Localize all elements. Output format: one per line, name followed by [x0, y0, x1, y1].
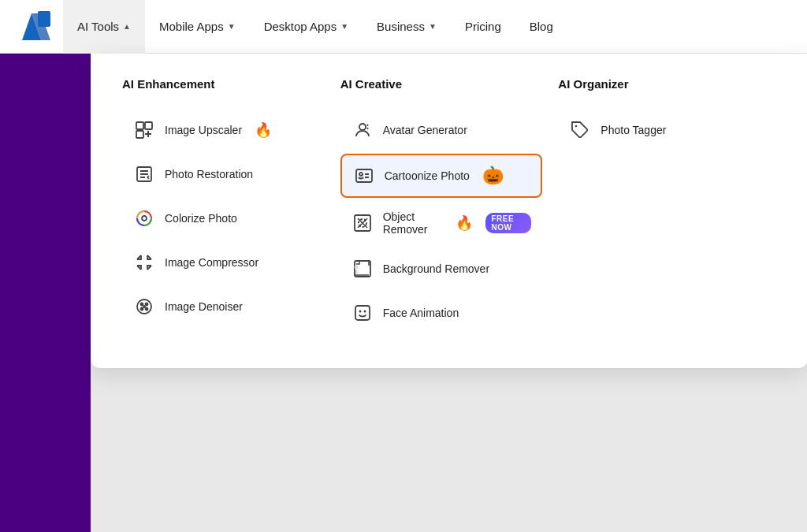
- nav-ai-tools-chevron: ▲: [123, 22, 131, 31]
- compressor-label: Image Compressor: [165, 256, 258, 269]
- menu-image-denoiser[interactable]: Image Denoiser: [122, 286, 325, 327]
- tagger-label: Photo Tagger: [601, 124, 666, 136]
- svg-rect-4: [136, 122, 143, 129]
- nav-desktop-apps[interactable]: Desktop Apps ▼: [250, 0, 363, 54]
- denoiser-label: Image Denoiser: [165, 300, 243, 313]
- nav-mobile-chevron: ▼: [228, 22, 236, 31]
- svg-rect-3: [38, 11, 50, 27]
- ai-tools-dropdown: AI Enhancement Image Upscaler 🔥: [91, 54, 807, 368]
- free-now-badge: FREE NOW: [485, 213, 531, 233]
- nav-desktop-chevron: ▼: [340, 22, 348, 31]
- nav-mobile-apps-label: Mobile Apps: [159, 20, 224, 33]
- nav-business[interactable]: Business ▼: [363, 0, 451, 54]
- svg-point-14: [146, 308, 148, 311]
- object-fire-emoji: 🔥: [456, 214, 473, 232]
- svg-rect-5: [145, 122, 152, 129]
- menu-cartoonize-photo[interactable]: Cartoonize Photo 🎃: [340, 154, 543, 198]
- nav-ai-tools[interactable]: AI Tools ▲: [63, 0, 145, 54]
- nav-mobile-apps[interactable]: Mobile Apps ▼: [145, 0, 250, 54]
- nav-blog-label: Blog: [530, 20, 553, 33]
- face-animation-label: Face Animation: [383, 307, 459, 319]
- svg-rect-6: [136, 131, 143, 138]
- menu-object-remover[interactable]: Object Remover 🔥 FREE NOW: [340, 201, 543, 245]
- upscaler-fire-emoji: 🔥: [255, 121, 272, 139]
- object-remover-icon: [351, 212, 374, 234]
- nav-ai-tools-label: AI Tools: [77, 20, 119, 33]
- upscale-icon: [133, 119, 155, 141]
- compress-icon: [133, 251, 155, 273]
- colorize-icon: [133, 207, 155, 229]
- menu-avatar-generator[interactable]: Avatar Generator: [340, 110, 543, 151]
- navbar: AI Tools ▲ Mobile Apps ▼ Desktop Apps ▼ …: [0, 0, 807, 54]
- object-remover-label: Object Remover: [383, 210, 444, 236]
- bg-remover-label: Background Remover: [383, 262, 489, 275]
- nav-pricing[interactable]: Pricing: [451, 0, 515, 54]
- colorize-label: Colorize Photo: [165, 212, 237, 225]
- restoration-label: Photo Restoration: [165, 168, 253, 180]
- svg-point-18: [359, 173, 363, 176]
- col-organizer-title: AI Organizer: [558, 77, 761, 91]
- nav-desktop-apps-label: Desktop Apps: [264, 20, 337, 33]
- logo[interactable]: [16, 7, 55, 47]
- nav-business-label: Business: [377, 20, 425, 33]
- col-enhancement-title: AI Enhancement: [122, 77, 325, 91]
- menu-image-upscaler[interactable]: Image Upscaler 🔥: [122, 110, 325, 151]
- cartoon-icon: [353, 165, 375, 187]
- nav-blog[interactable]: Blog: [515, 0, 567, 54]
- menu-photo-tagger[interactable]: Photo Tagger: [558, 110, 761, 151]
- menu-photo-restoration[interactable]: Photo Restoration: [122, 154, 325, 195]
- cartoonize-pumpkin-emoji: 🎃: [482, 166, 504, 186]
- svg-point-23: [359, 311, 361, 313]
- menu-face-animation[interactable]: Face Animation: [340, 292, 543, 333]
- svg-point-13: [141, 308, 143, 311]
- bg-remover-icon: [351, 258, 374, 280]
- col-creative-title: AI Creative: [340, 77, 543, 91]
- svg-point-12: [146, 303, 148, 306]
- svg-point-16: [359, 124, 366, 130]
- cartoonize-label: Cartoonize Photo: [385, 169, 470, 182]
- col-ai-enhancement: AI Enhancement Image Upscaler 🔥: [122, 77, 340, 337]
- denoise-icon: [133, 296, 155, 318]
- svg-point-15: [143, 306, 145, 307]
- avatar-label: Avatar Generator: [383, 124, 467, 136]
- menu-image-compressor[interactable]: Image Compressor: [122, 242, 325, 283]
- nav-business-chevron: ▼: [429, 22, 437, 31]
- col-ai-creative: AI Creative Avatar Generator Cartoonize …: [340, 77, 559, 337]
- nav-pricing-label: Pricing: [465, 20, 501, 33]
- tagger-icon: [569, 119, 591, 141]
- svg-point-9: [142, 216, 147, 221]
- face-animation-icon: [351, 302, 374, 324]
- menu-colorize-photo[interactable]: Colorize Photo: [122, 198, 325, 239]
- purple-sidebar-bg: [0, 54, 91, 532]
- upscaler-label: Image Upscaler: [165, 124, 242, 136]
- svg-point-11: [141, 303, 143, 306]
- svg-rect-17: [356, 169, 372, 182]
- restore-icon: [133, 163, 155, 185]
- col-ai-organizer: AI Organizer Photo Tagger: [558, 77, 776, 337]
- svg-rect-22: [355, 306, 370, 320]
- svg-point-24: [363, 311, 366, 313]
- menu-background-remover[interactable]: Background Remover: [340, 248, 543, 289]
- avatar-icon: [351, 119, 374, 141]
